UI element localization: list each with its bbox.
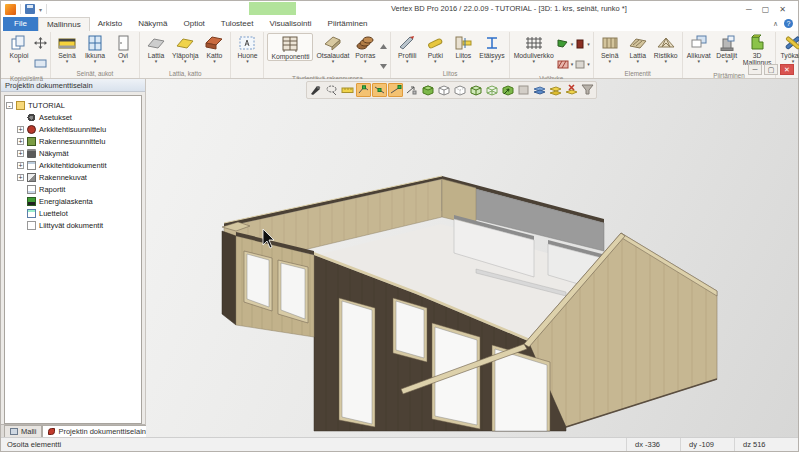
moduliverkko-button[interactable]: Moduliverkko xyxy=(513,33,555,63)
katto-button[interactable]: Katto xyxy=(201,33,227,63)
group-scroll-up-icon[interactable] xyxy=(380,35,387,53)
mdi-close-button[interactable]: ✕ xyxy=(780,64,794,75)
snap-point-icon[interactable] xyxy=(388,83,403,97)
truss-icon xyxy=(656,34,676,52)
model-icon xyxy=(10,428,18,435)
tab-projektin-dokumenttiselain[interactable]: Projektin dokumenttiselain xyxy=(42,425,152,437)
kopioi-button[interactable]: Kopioi xyxy=(6,33,32,63)
measure-icon[interactable] xyxy=(340,83,355,97)
mdi-minimize-button[interactable]: ─ xyxy=(748,64,762,75)
tyokalut-button[interactable]: Työkalut xyxy=(779,33,799,63)
tree-item-raportit[interactable]: Raportit xyxy=(6,183,140,195)
close-button[interactable]: ✕ xyxy=(779,5,786,14)
tree-item-rakennesuunnittelu[interactable]: + Rakennesuunnittelu xyxy=(6,135,140,147)
structure-drawings-icon xyxy=(27,173,36,182)
tab-malli[interactable]: Malli xyxy=(4,425,42,437)
expander-icon[interactable]: + xyxy=(17,126,24,133)
dropdown-caret-icon xyxy=(332,59,335,63)
lattia-button[interactable]: Lattia xyxy=(143,33,169,63)
putki-button[interactable]: Putki xyxy=(422,33,448,63)
tab-file[interactable]: File xyxy=(3,17,38,31)
tree-item-energialaskenta[interactable]: Energialaskenta xyxy=(6,195,140,207)
dropdown-caret-icon xyxy=(94,59,97,63)
zone-flag-icon[interactable] xyxy=(557,35,569,53)
tree-root-tutorial[interactable]: - TUTORIAL xyxy=(6,99,140,111)
door-opening[interactable] xyxy=(342,301,372,424)
filter-icon[interactable] xyxy=(580,83,595,97)
move-icon[interactable] xyxy=(34,35,47,53)
ristikko-button[interactable]: Ristikko xyxy=(653,33,679,63)
shaded-edges-view-icon[interactable] xyxy=(468,83,483,97)
huone-button[interactable]: Huone xyxy=(234,33,260,63)
minimize-button[interactable]: ─ xyxy=(746,5,752,14)
help-icon[interactable]: ? xyxy=(784,19,793,28)
elementti-lattia-button[interactable]: Lattia xyxy=(625,33,651,63)
etaisyys-button[interactable]: Etäisyys xyxy=(478,33,505,63)
shaded-view-icon[interactable] xyxy=(420,83,435,97)
group-scroll-down-icon[interactable] xyxy=(380,55,387,73)
window-opening[interactable] xyxy=(281,263,305,319)
tab-visualisointi[interactable]: Visualisointi xyxy=(261,17,319,31)
seina-button[interactable]: Seinä xyxy=(54,33,80,63)
maximize-button[interactable]: ▢ xyxy=(762,5,770,14)
quick-access-caret-icon[interactable] xyxy=(39,6,42,13)
ikkuna-button[interactable]: Ikkuna xyxy=(82,33,108,63)
drawing-viewport[interactable] xyxy=(146,79,798,437)
snap-grid-icon[interactable] xyxy=(356,83,371,97)
screen-icon[interactable] xyxy=(34,55,47,73)
tab-nakyma[interactable]: Näkymä xyxy=(130,17,175,31)
tree-item-luettelot[interactable]: Luettelot xyxy=(6,207,140,219)
ylapohja-button[interactable]: Yläpohja xyxy=(171,33,199,63)
tab-arkisto[interactable]: Arkisto xyxy=(90,17,130,31)
window-opening[interactable] xyxy=(247,254,269,307)
hidden-line-view-icon[interactable] xyxy=(452,83,467,97)
expander-icon[interactable]: + xyxy=(17,150,24,157)
model-3d-view[interactable] xyxy=(146,79,798,437)
dropdown-caret-icon xyxy=(636,59,639,63)
mdi-window-controls: ─ ▢ ✕ xyxy=(748,64,794,75)
tree-item-liittyvat-dokumentit[interactable]: Liittyvät dokumentit xyxy=(6,219,140,231)
zone-block-icon[interactable] xyxy=(575,35,585,53)
tree-item-arkkitehtidokumentit[interactable]: + Arkkitehtidokumentit xyxy=(6,159,140,171)
alikuvat-button[interactable]: Alikuvat xyxy=(686,33,712,63)
tab-optiot[interactable]: Optiot xyxy=(175,17,212,31)
snap-line-icon[interactable] xyxy=(372,83,387,97)
tab-piirtaminen[interactable]: Piirtäminen xyxy=(320,17,376,31)
wireframe-view-icon[interactable] xyxy=(436,83,451,97)
tree-item-nakymat[interactable]: + Näkymät xyxy=(6,147,140,159)
tree-item-arkkitehtisuunnittelu[interactable]: + Arkkitehtisuunnittelu xyxy=(6,123,140,135)
window-opening[interactable] xyxy=(396,301,424,358)
expander-icon[interactable]: + xyxy=(17,174,24,181)
levels-icon[interactable] xyxy=(548,83,563,97)
otsalaudat-button[interactable]: Otsalaudat xyxy=(315,33,350,63)
liitos-button[interactable]: Liitos xyxy=(450,33,476,63)
box-view-icon[interactable] xyxy=(516,83,531,97)
delete-level-icon[interactable] xyxy=(564,83,579,97)
transparent-view-icon[interactable] xyxy=(484,83,499,97)
detaljit-button[interactable]: Detaljit xyxy=(714,33,740,63)
energy-calculation-icon xyxy=(27,197,36,206)
porras-button[interactable]: Porras xyxy=(352,33,378,63)
expander-icon[interactable]: + xyxy=(17,162,24,169)
komponentti-button[interactable]: Komponentti xyxy=(267,33,313,61)
pin-icon[interactable] xyxy=(308,83,323,97)
save-icon[interactable] xyxy=(25,4,35,14)
zone-hatch-icon[interactable] xyxy=(557,55,569,73)
snap-free-icon[interactable] xyxy=(404,83,419,97)
zone-box-icon[interactable] xyxy=(575,55,585,73)
collapse-ribbon-icon[interactable]: ∧ xyxy=(773,20,778,28)
tab-mallinnus[interactable]: Mallinnus xyxy=(38,17,90,31)
mdi-restore-button[interactable]: ▢ xyxy=(764,64,778,75)
stair-icon xyxy=(355,34,375,52)
expander-icon[interactable]: - xyxy=(6,102,13,109)
layers-icon[interactable] xyxy=(532,83,547,97)
tree-item-asetukset[interactable]: Asetukset xyxy=(6,111,140,123)
profiili-button[interactable]: Profiili xyxy=(394,33,420,63)
tree-item-rakennekuvat[interactable]: + Rakennekuvat xyxy=(6,171,140,183)
iso-view-icon[interactable] xyxy=(500,83,515,97)
expander-icon[interactable]: + xyxy=(17,138,24,145)
elementti-seina-button[interactable]: Seinä xyxy=(597,33,623,63)
ovi-button[interactable]: Ovi xyxy=(110,33,136,63)
lasso-select-icon[interactable] xyxy=(324,83,339,97)
tab-tulosteet[interactable]: Tulosteet xyxy=(213,17,262,31)
